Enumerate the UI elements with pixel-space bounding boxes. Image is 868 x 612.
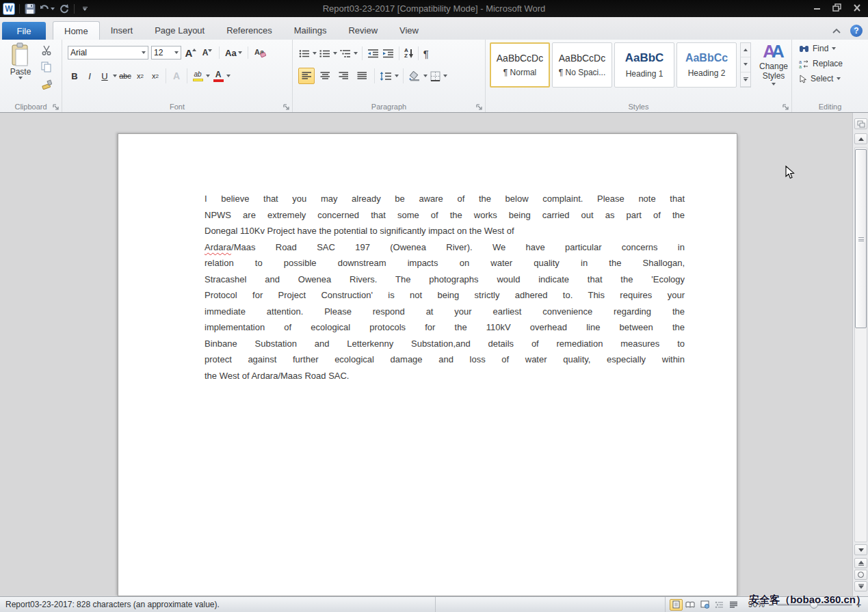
undo-dropdown-arrow[interactable] bbox=[51, 8, 55, 10]
help-button[interactable]: ? bbox=[850, 25, 863, 37]
gallery-scroll-up[interactable] bbox=[741, 43, 750, 57]
tab-file[interactable]: File bbox=[2, 22, 46, 40]
document-page[interactable]: I believe that you may already be aware … bbox=[118, 133, 737, 596]
select-browse-object-button[interactable] bbox=[854, 570, 867, 580]
highlight-color-button[interactable]: ab bbox=[191, 68, 205, 83]
numbering-dropdown-arrow[interactable] bbox=[333, 52, 337, 55]
multilevel-list-button[interactable] bbox=[339, 49, 352, 59]
replace-button[interactable]: aa Replace bbox=[799, 59, 843, 68]
multilevel-dropdown-arrow[interactable] bbox=[354, 52, 358, 55]
tab-review[interactable]: Review bbox=[337, 21, 389, 40]
style-heading-1[interactable]: AaBbC Heading 1 bbox=[614, 42, 674, 88]
gallery-more-button[interactable] bbox=[741, 72, 750, 87]
bullets-button[interactable] bbox=[298, 49, 311, 59]
decrease-indent-button[interactable] bbox=[367, 49, 380, 59]
select-button[interactable]: Select bbox=[799, 74, 843, 83]
line-spacing-button[interactable] bbox=[379, 71, 393, 81]
font-color-dropdown-arrow[interactable] bbox=[226, 75, 231, 77]
bold-button[interactable]: B bbox=[68, 68, 81, 83]
customize-qat-button[interactable] bbox=[79, 3, 91, 15]
scroll-down-button[interactable] bbox=[854, 544, 867, 555]
style-normal[interactable]: AaBbCcDc ¶ Normal bbox=[490, 42, 550, 88]
scrollbar-thumb[interactable] bbox=[855, 149, 867, 328]
minimize-button[interactable] bbox=[811, 2, 824, 13]
shading-button[interactable] bbox=[408, 70, 421, 82]
styles-dialog-launcher[interactable] bbox=[782, 104, 789, 111]
font-size-dropdown-arrow[interactable] bbox=[174, 51, 179, 54]
superscript-button[interactable]: x2 bbox=[148, 68, 162, 83]
next-page-button[interactable] bbox=[854, 581, 867, 591]
align-right-button[interactable] bbox=[335, 68, 352, 84]
grow-font-button[interactable]: A bbox=[184, 45, 198, 60]
style-no-spacing[interactable]: AaBbCcDc ¶ No Spaci... bbox=[552, 42, 612, 88]
bullets-dropdown-arrow[interactable] bbox=[313, 52, 317, 55]
shading-dropdown-arrow[interactable] bbox=[423, 75, 428, 77]
print-layout-view-button[interactable] bbox=[670, 599, 683, 611]
font-color-button[interactable]: A bbox=[211, 68, 225, 83]
gallery-scroll-down[interactable] bbox=[741, 57, 750, 72]
select-icon bbox=[799, 75, 807, 83]
tab-insert[interactable]: Insert bbox=[100, 21, 144, 40]
word-app-icon[interactable]: W bbox=[3, 3, 15, 15]
tab-mailings[interactable]: Mailings bbox=[283, 21, 338, 40]
show-hide-marks-button[interactable]: ¶ bbox=[423, 47, 430, 60]
restore-button[interactable] bbox=[830, 2, 844, 13]
clear-formatting-button[interactable]: Aa bbox=[253, 45, 267, 60]
previous-page-button[interactable] bbox=[854, 558, 867, 568]
align-left-button[interactable] bbox=[298, 68, 315, 84]
font-dialog-launcher[interactable] bbox=[283, 104, 290, 111]
paste-button[interactable]: Paste bbox=[5, 42, 36, 97]
tab-view[interactable]: View bbox=[389, 21, 430, 40]
justify-button[interactable] bbox=[354, 68, 370, 84]
scroll-up-button[interactable] bbox=[854, 133, 867, 144]
web-layout-view-button[interactable] bbox=[698, 599, 711, 611]
find-button[interactable]: Find bbox=[799, 44, 843, 53]
document-canvas[interactable]: I believe that you may already be aware … bbox=[0, 113, 868, 596]
sort-button[interactable]: A Z bbox=[404, 47, 414, 59]
copy-icon[interactable] bbox=[41, 62, 52, 72]
tab-home[interactable]: Home bbox=[53, 21, 100, 40]
collapse-ribbon-button[interactable] bbox=[832, 28, 841, 34]
undo-button[interactable] bbox=[39, 3, 55, 15]
underline-dropdown-arrow[interactable] bbox=[113, 75, 117, 77]
underline-button[interactable]: U bbox=[98, 68, 111, 83]
draft-view-button[interactable] bbox=[727, 599, 740, 611]
ruler-toggle-button[interactable] bbox=[854, 118, 867, 129]
line-spacing-icon bbox=[380, 72, 392, 81]
format-painter-icon[interactable] bbox=[41, 79, 52, 90]
sort-letter-z: Z bbox=[404, 53, 408, 59]
tab-page-layout[interactable]: Page Layout bbox=[144, 21, 215, 40]
style-heading-2[interactable]: AaBbCc Heading 2 bbox=[676, 42, 737, 88]
scrollbar-track[interactable] bbox=[854, 147, 867, 542]
redo-button[interactable] bbox=[57, 3, 70, 15]
style-gallery-scroll bbox=[740, 42, 751, 88]
borders-dropdown-arrow[interactable] bbox=[443, 75, 447, 77]
change-styles-button[interactable]: AA Change Styles bbox=[757, 41, 791, 98]
highlight-dropdown-arrow[interactable] bbox=[206, 75, 210, 77]
full-screen-reading-view-button[interactable] bbox=[684, 599, 697, 611]
numbering-button[interactable] bbox=[319, 49, 331, 59]
save-button[interactable] bbox=[24, 3, 36, 15]
increase-indent-button[interactable] bbox=[382, 49, 395, 59]
font-size-combo[interactable]: 12 bbox=[151, 46, 181, 59]
line-spacing-dropdown-arrow[interactable] bbox=[395, 75, 399, 77]
cut-icon[interactable] bbox=[41, 45, 52, 55]
outline-view-button[interactable] bbox=[713, 599, 726, 611]
document-text[interactable]: I believe that you may already be aware … bbox=[205, 191, 685, 384]
font-family-dropdown-arrow[interactable] bbox=[142, 51, 146, 54]
clipboard-dialog-launcher[interactable] bbox=[53, 104, 60, 111]
font-family-combo[interactable]: Arial bbox=[68, 46, 148, 59]
italic-button[interactable]: I bbox=[83, 68, 96, 83]
text-effects-button[interactable]: A bbox=[170, 68, 183, 83]
change-case-button[interactable]: Aa bbox=[224, 45, 243, 60]
paste-dropdown-arrow[interactable] bbox=[18, 77, 23, 79]
shrink-font-button[interactable]: A bbox=[200, 45, 214, 60]
borders-button[interactable] bbox=[430, 70, 441, 82]
subscript-button[interactable]: x2 bbox=[133, 68, 147, 83]
align-center-button[interactable] bbox=[317, 68, 333, 84]
paragraph-dialog-launcher[interactable] bbox=[476, 104, 483, 111]
tab-references[interactable]: References bbox=[215, 21, 282, 40]
close-button[interactable] bbox=[850, 2, 864, 13]
status-text[interactable]: Report03-23-2017: 828 characters (an app… bbox=[0, 597, 436, 612]
strikethrough-button[interactable]: abc bbox=[118, 68, 132, 83]
